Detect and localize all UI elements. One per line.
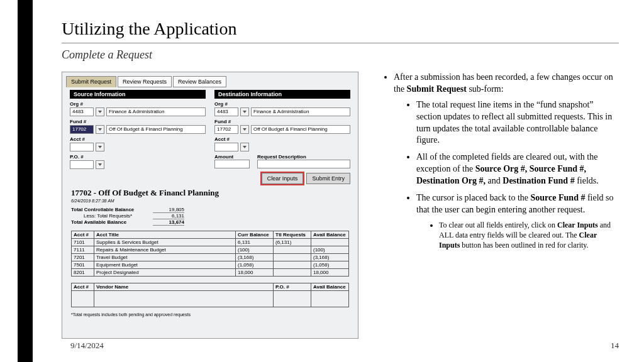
cell: (3,168)	[311, 254, 349, 261]
amount-input[interactable]	[214, 160, 250, 168]
tab-review-balances[interactable]: Review Balances	[173, 76, 226, 87]
source-org-dropdown[interactable]	[96, 107, 104, 116]
cell: (1,058)	[311, 261, 349, 269]
t: Source Fund #	[531, 193, 586, 202]
total-ctrl-label: Total Controllable Balance	[71, 207, 153, 213]
destination-panel: Destination Information Org # 4483 Finan…	[214, 90, 350, 169]
tab-review-requests[interactable]: Review Requests	[118, 76, 172, 87]
snapshot-footnote: *Total requests includes both pending an…	[71, 312, 349, 317]
slide-content: Utilizing the Application Complete a Req…	[62, 19, 619, 339]
snapshot-timestamp: 6/24/2019 8:27:38 AM	[71, 199, 349, 203]
cell: Equipment Budget	[94, 261, 236, 269]
source-org-name: Finance & Administration	[106, 107, 206, 116]
table-row: 7101Supplies & Services Budget6,131(6,13…	[72, 239, 349, 246]
col-title: Acct Title	[94, 231, 236, 239]
account-table: Acct # Acct Title Curr Balance Ttl Reque…	[71, 231, 349, 277]
t: and	[486, 176, 502, 185]
cell	[274, 254, 311, 261]
label-fund: Fund #	[70, 119, 206, 124]
total-ctrl-value: 19,805	[153, 207, 184, 213]
cell: 6,131	[236, 239, 274, 246]
cell	[274, 261, 311, 269]
page-subtitle: Complete a Request	[62, 48, 619, 62]
col-curr: Curr Balance	[236, 231, 274, 239]
source-fund-dropdown[interactable]	[96, 125, 104, 134]
avail-label: Total Available Balance	[71, 219, 153, 226]
page-title: Utilizing the Application	[62, 19, 619, 43]
cell	[311, 239, 349, 246]
t: fields.	[575, 176, 599, 185]
cell	[274, 246, 311, 254]
cell: (100)	[236, 246, 274, 254]
submit-entry-button[interactable]: Submit Entry	[306, 173, 350, 184]
cell: 18,000	[236, 269, 274, 277]
vcol-po: P.O. #	[274, 283, 311, 291]
dest-org-input[interactable]: 4483	[214, 107, 238, 116]
col-ttl: Ttl Requests	[274, 231, 311, 239]
app-screenshot: Submit Request Review Requests Review Ba…	[62, 72, 358, 339]
vcol-avail: Avail Balance	[311, 283, 349, 291]
dest-fund-name: Off Of Budget & Financl Planning	[251, 125, 350, 134]
less-label: Less: Total Requests*	[71, 213, 153, 219]
bullet-2: All of the completed fields are cleared …	[416, 151, 619, 187]
bullet-3-sub: To clear out all fields entirely, click …	[439, 220, 619, 251]
table-row: 7111Repairs & Maintenance Budget(100)(10…	[72, 246, 349, 254]
less-value: 6,131	[153, 213, 184, 219]
dest-acct-input[interactable]	[214, 143, 238, 151]
side-accent-bar	[18, 0, 33, 362]
cell: Project Designated	[94, 269, 236, 277]
cell: (6,131)	[274, 239, 311, 246]
snapshot-title: 17702 - Off Of Budget & Financl Planning	[71, 188, 349, 198]
dest-fund-dropdown[interactable]	[240, 125, 249, 134]
label-org-d: Org #	[214, 101, 350, 107]
source-po-dropdown[interactable]	[96, 160, 104, 169]
avail-value: 13,674	[153, 219, 184, 226]
source-acct-dropdown[interactable]	[96, 143, 104, 151]
source-header: Source Information	[70, 90, 206, 99]
label-acct-d: Acct #	[214, 136, 350, 142]
label-reqdesc: Request Description	[257, 154, 350, 160]
tab-submit-request[interactable]: Submit Request	[66, 76, 116, 87]
source-org-input[interactable]: 4483	[70, 107, 94, 116]
table-row: 7501Equipment Budget(1,058)(1,058)	[72, 261, 349, 269]
dest-header: Destination Information	[214, 90, 350, 99]
dest-org-name: Finance & Administration	[251, 107, 350, 116]
label-amount: Amount	[214, 154, 252, 160]
cell: 7501	[72, 261, 94, 269]
col-acct: Acct #	[72, 231, 94, 239]
cell: (1,058)	[236, 261, 274, 269]
source-acct-input[interactable]	[70, 143, 94, 151]
source-fund-input[interactable]: 17702	[70, 125, 94, 134]
cell: 7111	[72, 246, 94, 254]
cell: 8201	[72, 269, 94, 277]
table-row: 8201Project Designated18,00018,000	[72, 269, 349, 277]
lead-bullet: After a submission has been recorded, a …	[394, 72, 619, 250]
dest-acct-dropdown[interactable]	[240, 143, 249, 151]
t: sub-form:	[467, 84, 504, 94]
bullet-3: The cursor is placed back to the Source …	[416, 192, 619, 250]
cell: Repairs & Maintenance Budget	[94, 246, 236, 254]
bullet-1: The total request line items in the “fun…	[416, 99, 619, 147]
cell: (3,168)	[236, 254, 274, 261]
source-fund-name: Off Of Budget & Financl Planning	[106, 125, 206, 134]
col-avail: Avail Balance	[311, 231, 349, 239]
vendor-table: Acct # Vendor Name P.O. # Avail Balance	[71, 283, 349, 307]
footer-date: 9/14/2024	[70, 341, 104, 351]
fund-snapshot: 17702 - Off Of Budget & Financl Planning…	[70, 184, 350, 321]
vcol-vendor: Vendor Name	[94, 283, 274, 291]
footer-page: 14	[611, 341, 619, 351]
label-org: Org #	[70, 101, 206, 107]
cell: 18,000	[311, 269, 349, 277]
t: Clear Inputs	[557, 221, 598, 229]
source-po-input[interactable]	[70, 160, 94, 169]
cell: Travel Budget	[94, 254, 236, 261]
t: The cursor is placed back to the	[416, 193, 531, 202]
dest-fund-input[interactable]: 17702	[214, 125, 238, 134]
dest-org-dropdown[interactable]	[240, 107, 249, 116]
vcol-acct: Acct #	[72, 283, 94, 291]
reqdesc-input[interactable]	[257, 160, 350, 168]
cell: 7201	[72, 254, 94, 261]
cell	[274, 269, 311, 277]
clear-inputs-button[interactable]: Clear Inputs	[262, 173, 304, 184]
cell: 7101	[72, 239, 94, 246]
